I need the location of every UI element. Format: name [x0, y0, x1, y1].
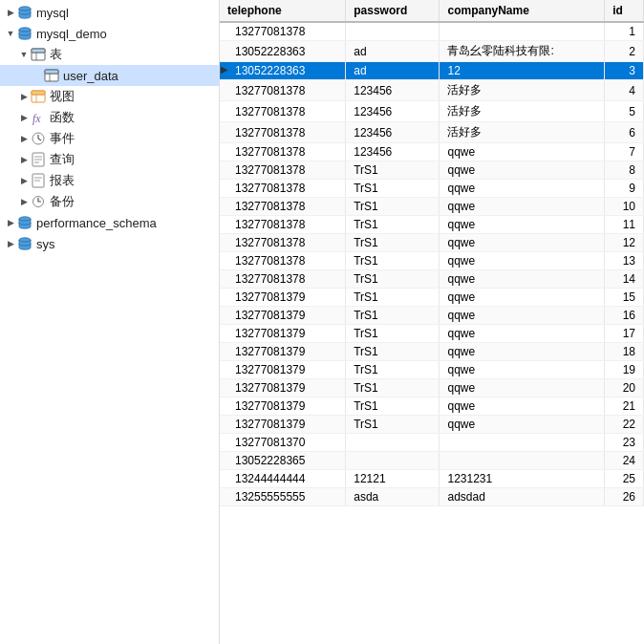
- table-row[interactable]: 13277081378TrS1qqwe13: [220, 252, 644, 270]
- table-row[interactable]: 13277081379TrS1qqwe20: [220, 379, 644, 397]
- cell-id: 11: [605, 216, 644, 234]
- cell-companyname: [440, 434, 605, 452]
- cell-id: 19: [605, 361, 644, 379]
- cell-id: 24: [605, 452, 644, 470]
- cell-companyname: qqwe: [440, 180, 605, 198]
- cell-companyname: qqwe: [440, 161, 605, 180]
- cell-password: TrS1: [346, 216, 440, 234]
- sidebar-item-label: 报表: [50, 172, 75, 189]
- database-icon: [17, 26, 32, 41]
- cell-companyname: qqwe: [440, 270, 605, 289]
- sidebar-item-user_data[interactable]: user_data: [0, 65, 219, 86]
- cell-telephone: 13277081370: [220, 434, 346, 452]
- cell-companyname: [440, 22, 605, 41]
- sidebar-item-mysql_demo[interactable]: ▼ mysql_demo: [0, 23, 219, 44]
- sidebar-item-views[interactable]: ▶ 视图: [0, 86, 219, 107]
- events-icon: [31, 131, 46, 146]
- table-row[interactable]: 13277081378123456活好多4: [220, 80, 644, 101]
- cell-telephone: 13277081378: [220, 216, 346, 234]
- table-row[interactable]: 1327708137023: [220, 434, 644, 452]
- table-row[interactable]: 13277081379TrS1qqwe22: [220, 416, 644, 434]
- col-header-id[interactable]: id: [605, 0, 644, 22]
- table-row[interactable]: 13277081378TrS1qqwe14: [220, 270, 644, 289]
- cell-password: TrS1: [346, 234, 440, 252]
- table-row[interactable]: 1324444444412121123123125: [220, 470, 644, 488]
- cell-companyname: qqwe: [440, 198, 605, 216]
- cell-companyname: qqwe: [440, 379, 605, 397]
- cell-telephone: 13277081379: [220, 416, 346, 434]
- cell-telephone: 13277081379: [220, 307, 346, 325]
- cell-password: 123456: [346, 143, 440, 161]
- sidebar-item-queries[interactable]: ▶ 查询: [0, 149, 219, 170]
- table-row[interactable]: 13052228363ad青岛幺零陆科技有限:2: [220, 41, 644, 62]
- table-row[interactable]: 13277081379TrS1qqwe18: [220, 343, 644, 361]
- table-row[interactable]: 13277081378123456活好多6: [220, 122, 644, 143]
- table-row[interactable]: 13277081378TrS1qqwe9: [220, 180, 644, 198]
- sidebar-item-sys[interactable]: ▶ sys: [0, 233, 219, 254]
- table-row[interactable]: 13277081378TrS1qqwe12: [220, 234, 644, 252]
- table-row[interactable]: ▶13052228363ad123: [220, 62, 644, 80]
- chevron-icon: ▶: [19, 197, 29, 206]
- table-row[interactable]: 13277081379TrS1qqwe19: [220, 361, 644, 379]
- col-header-telephone[interactable]: telephone: [220, 0, 346, 22]
- cell-id: 26: [605, 488, 644, 506]
- sidebar-item-tables[interactable]: ▼ 表: [0, 44, 219, 65]
- chevron-icon: ▶: [6, 8, 15, 17]
- cell-telephone: ▶13052228363: [220, 62, 346, 80]
- cell-telephone: 13277081379: [220, 361, 346, 379]
- cell-telephone: 13277081378: [220, 122, 346, 143]
- chevron-icon: ▼: [19, 50, 29, 59]
- cell-password: asda: [346, 488, 440, 506]
- sidebar-item-backup[interactable]: ▶ 备份: [0, 191, 219, 212]
- table-row[interactable]: 13277081378TrS1qqwe10: [220, 198, 644, 216]
- cell-companyname: 活好多: [440, 80, 605, 101]
- cell-id: 6: [605, 122, 644, 143]
- cell-telephone: 13277081378: [220, 198, 346, 216]
- cell-companyname: adsdad: [440, 488, 605, 506]
- col-header-password[interactable]: password: [346, 0, 440, 22]
- cell-password: 123456: [346, 80, 440, 101]
- cell-password: 123456: [346, 101, 440, 122]
- table-row[interactable]: 1305222836524: [220, 452, 644, 470]
- chevron-icon: ▶: [19, 176, 29, 185]
- database-icon: [17, 5, 32, 20]
- chevron-icon: ▶: [6, 239, 15, 248]
- table-row[interactable]: 132770813781: [220, 22, 644, 41]
- sidebar-item-funcs[interactable]: ▶ fx 函数: [0, 107, 219, 128]
- sidebar-item-label: mysql: [36, 6, 69, 20]
- cell-telephone: 13277081378: [220, 101, 346, 122]
- table-row[interactable]: 13277081379TrS1qqwe15: [220, 289, 644, 307]
- cell-companyname: qqwe: [440, 143, 605, 161]
- table-row[interactable]: 13277081378123456活好多5: [220, 101, 644, 122]
- cell-companyname: 青岛幺零陆科技有限:: [440, 41, 605, 62]
- sidebar-item-mysql[interactable]: ▶ mysql: [0, 2, 219, 23]
- sidebar-item-reports[interactable]: ▶ 报表: [0, 170, 219, 191]
- cell-password: TrS1: [346, 161, 440, 180]
- cell-telephone: 13255555555: [220, 488, 346, 506]
- cell-password: TrS1: [346, 416, 440, 434]
- cell-id: 1: [605, 22, 644, 41]
- cell-password: TrS1: [346, 307, 440, 325]
- chevron-icon: ▶: [19, 155, 29, 164]
- cell-id: 20: [605, 379, 644, 397]
- col-header-companyname[interactable]: companyName: [440, 0, 605, 22]
- cell-companyname: qqwe: [440, 234, 605, 252]
- table-body: 13277081378113052228363ad青岛幺零陆科技有限:2▶130…: [220, 22, 644, 506]
- table-row[interactable]: 13255555555asdaadsdad26: [220, 488, 644, 506]
- table-row[interactable]: 13277081378TrS1qqwe11: [220, 216, 644, 234]
- table-row[interactable]: 13277081379TrS1qqwe17: [220, 325, 644, 343]
- cell-password: TrS1: [346, 397, 440, 416]
- table-row[interactable]: 13277081379TrS1qqwe16: [220, 307, 644, 325]
- cell-telephone: 13277081379: [220, 343, 346, 361]
- cell-password: [346, 434, 440, 452]
- table-row[interactable]: 13277081378TrS1qqwe8: [220, 161, 644, 180]
- sidebar-item-perf_schema[interactable]: ▶ performance_schema: [0, 212, 219, 233]
- sidebar-item-events[interactable]: ▶ 事件: [0, 128, 219, 149]
- cell-password: ad: [346, 62, 440, 80]
- table-row[interactable]: 13277081378123456qqwe7: [220, 143, 644, 161]
- chevron-icon: ▶: [6, 218, 15, 227]
- sidebar-item-label: 视图: [50, 88, 75, 105]
- cell-companyname: qqwe: [440, 252, 605, 270]
- cell-telephone: 13277081378: [220, 161, 346, 180]
- table-row[interactable]: 13277081379TrS1qqwe21: [220, 397, 644, 416]
